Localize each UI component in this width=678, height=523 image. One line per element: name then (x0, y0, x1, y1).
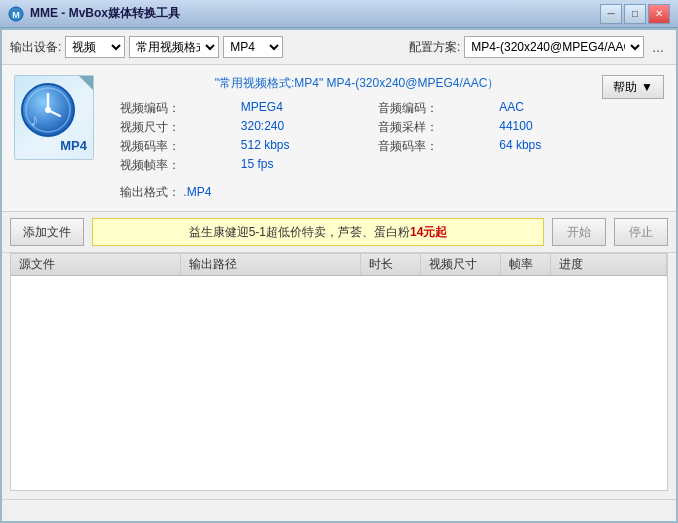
svg-text:♪: ♪ (30, 110, 39, 130)
help-button[interactable]: 帮助 ▼ (602, 75, 664, 99)
close-button[interactable]: ✕ (648, 4, 670, 24)
video-bitrate-value: 512 kbps (241, 138, 343, 155)
grid-spacer-2 (350, 119, 370, 136)
info-panel: ♪ MP4 "常用视频格式:MP4" MP4-(320x240@MPEG4/AA… (2, 65, 676, 212)
placeholder-1 (378, 157, 491, 174)
col-header-size: 视频尺寸 (421, 254, 501, 275)
ad-banner: 益生康健迎5-1超低价特卖，芦荟、蛋白粉 14元起 (92, 218, 544, 246)
output-format-row: 输出格式： .MP4 (120, 184, 594, 201)
col-header-progress: 进度 (551, 254, 667, 275)
grid-spacer-3 (350, 138, 370, 155)
grid-spacer-1 (350, 100, 370, 117)
thumbnail-fold (79, 76, 93, 90)
thumbnail: ♪ MP4 (14, 75, 104, 165)
table-header: 源文件 输出路径 时长 视频尺寸 帧率 进度 (11, 254, 667, 276)
window-title: MME - MvBox媒体转换工具 (30, 5, 600, 22)
stop-button[interactable]: 停止 (614, 218, 668, 246)
output-device-label: 输出设备: (10, 39, 61, 56)
placeholder-2 (499, 157, 594, 174)
audio-bitrate-value: 64 kbps (499, 138, 594, 155)
start-button[interactable]: 开始 (552, 218, 606, 246)
add-file-button[interactable]: 添加文件 (10, 218, 84, 246)
grid-spacer-4 (350, 157, 370, 174)
audio-codec-value: AAC (499, 100, 594, 117)
minimize-button[interactable]: ─ (600, 4, 622, 24)
video-fps-value: 15 fps (241, 157, 343, 174)
clock-icon: ♪ (20, 82, 76, 138)
help-arrow-icon: ▼ (641, 80, 653, 94)
video-size-label: 视频尺寸： (120, 119, 233, 136)
audio-codec-label: 音频编码： (378, 100, 491, 117)
format-title-row: "常用视频格式:MP4" MP4-(320x240@MPEG4/AAC） (120, 75, 594, 92)
help-area: 帮助 ▼ (602, 75, 664, 99)
config-select[interactable]: MP4-(320x240@MPEG4/AAC) (464, 36, 644, 58)
col-header-duration: 时长 (361, 254, 421, 275)
audio-bitrate-label: 音频码率： (378, 138, 491, 155)
toolbar: 输出设备: 视频 常用视频格式 MP4 配置方案: MP4-(320x240@M… (2, 30, 676, 65)
thumbnail-paper: ♪ MP4 (14, 75, 94, 160)
format-select[interactable]: 常用视频格式 (129, 36, 219, 58)
info-grid: 视频编码： MPEG4 音频编码： AAC 视频尺寸： 320:240 音频采样… (120, 100, 594, 174)
titlebar: M MME - MvBox媒体转换工具 ─ □ ✕ (0, 0, 678, 28)
col-header-fps: 帧率 (501, 254, 551, 275)
statusbar (2, 499, 676, 521)
format-title: "常用视频格式:MP4" MP4-(320x240@MPEG4/AAC） (215, 76, 500, 90)
output-format-value: .MP4 (183, 185, 211, 199)
col-header-output: 输出路径 (181, 254, 361, 275)
video-codec-value: MPEG4 (241, 100, 343, 117)
window-controls: ─ □ ✕ (600, 4, 670, 24)
output-format-label: 输出格式： (120, 185, 180, 199)
config-label: 配置方案: (409, 39, 460, 56)
video-bitrate-label: 视频码率： (120, 138, 233, 155)
app-icon: M (8, 6, 24, 22)
info-content: "常用视频格式:MP4" MP4-(320x240@MPEG4/AAC） 视频编… (120, 75, 594, 201)
video-codec-label: 视频编码： (120, 100, 233, 117)
svg-point-6 (45, 107, 51, 113)
file-table: 源文件 输出路径 时长 视频尺寸 帧率 进度 (10, 253, 668, 491)
main-window: 输出设备: 视频 常用视频格式 MP4 配置方案: MP4-(320x240@M… (0, 28, 678, 523)
audio-sample-value: 44100 (499, 119, 594, 136)
help-button-label: 帮助 (613, 79, 637, 96)
action-bar: 添加文件 益生康健迎5-1超低价特卖，芦荟、蛋白粉 14元起 开始 停止 (2, 212, 676, 253)
col-header-source: 源文件 (11, 254, 181, 275)
config-more-button[interactable]: ... (648, 39, 668, 55)
thumbnail-format-label: MP4 (60, 138, 87, 153)
audio-sample-label: 音频采样： (378, 119, 491, 136)
video-fps-label: 视频帧率： (120, 157, 233, 174)
output-device-select[interactable]: 视频 (65, 36, 125, 58)
maximize-button[interactable]: □ (624, 4, 646, 24)
ad-text-highlight: 14元起 (410, 224, 447, 241)
container-select[interactable]: MP4 (223, 36, 283, 58)
svg-text:M: M (12, 10, 20, 20)
video-size-value: 320:240 (241, 119, 343, 136)
table-body (11, 276, 667, 490)
ad-text-normal: 益生康健迎5-1超低价特卖，芦荟、蛋白粉 (189, 224, 410, 241)
